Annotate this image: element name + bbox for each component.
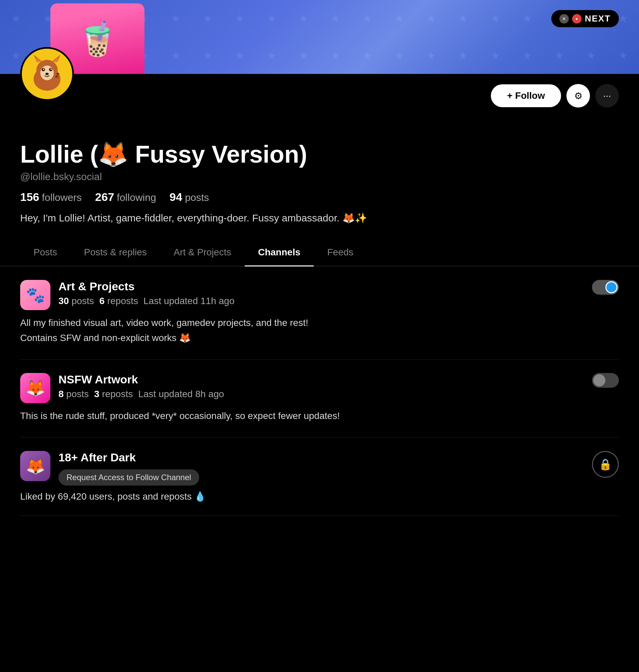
- channel-description-art-projects: All my finished visual art, video work, …: [20, 315, 619, 346]
- svg-point-11: [50, 68, 52, 70]
- channel-icon-after-dark: 🦊: [20, 451, 50, 481]
- follow-button[interactable]: + Follow: [491, 84, 561, 107]
- channel-meta-art-projects: 30 posts 6 reposts Last updated 11h ago: [59, 296, 234, 307]
- profile-bio: Hey, I'm Lollie! Artist, game-fiddler, e…: [20, 210, 619, 225]
- profile-header: z + Follow ⚙ ··· Lollie (🦊 Fussy Version…: [0, 74, 639, 266]
- lock-icon: 🔒: [599, 458, 612, 471]
- posts-count: 94: [170, 190, 183, 204]
- channel-last-updated-nsfw: Last updated 8h ago: [138, 389, 224, 400]
- avatar-container: z: [20, 47, 74, 101]
- posts-label: posts: [185, 192, 209, 203]
- svg-point-12: [45, 73, 49, 75]
- channel-name-art-projects: Art & Projects: [59, 280, 234, 293]
- liked-by-text: Liked by 69,420 users, posts and reposts…: [20, 491, 619, 502]
- posts-stat[interactable]: 94 posts: [170, 190, 209, 204]
- profile-info: Lollie (🦊 Fussy Version) @lollie.bsky.so…: [20, 108, 619, 225]
- next-label: NEXT: [585, 13, 611, 24]
- avatar: z: [20, 47, 74, 101]
- following-label: following: [117, 192, 156, 203]
- next-x-icon: ✕: [559, 14, 569, 24]
- channel-item-nsfw-artwork: 🦊 NSFW Artwork 8 posts 3 reposts Last up…: [20, 360, 619, 437]
- channel-meta-nsfw-artwork: 8 posts 3 reposts Last updated 8h ago: [59, 389, 224, 400]
- followers-label: followers: [42, 192, 82, 203]
- profile-name: Lollie (🦊 Fussy Version): [20, 141, 619, 168]
- following-stat[interactable]: 267 following: [95, 190, 156, 204]
- channel-toggle-art-projects[interactable]: [592, 280, 619, 295]
- tab-feeds[interactable]: Feeds: [314, 239, 367, 266]
- svg-point-10: [43, 68, 44, 70]
- channel-icon-art-projects: 🐾: [20, 280, 50, 310]
- request-access-badge[interactable]: Request Access to Follow Channel: [59, 469, 199, 485]
- profile-handle: @lollie.bsky.social: [20, 171, 619, 183]
- profile-tabs: Posts Posts & replies Art & Projects Cha…: [0, 239, 639, 266]
- followers-stat[interactable]: 156 followers: [20, 190, 82, 204]
- channel-posts-nsfw: 8: [59, 389, 64, 399]
- profile-stats: 156 followers 267 following 94 posts: [20, 190, 619, 204]
- followers-count: 156: [20, 190, 39, 204]
- channel-header-art-projects: 🐾 Art & Projects 30 posts 6 reposts Last…: [20, 280, 619, 310]
- tab-posts[interactable]: Posts: [20, 239, 71, 266]
- tab-art-projects[interactable]: Art & Projects: [160, 239, 245, 266]
- channel-header-nsfw-artwork: 🦊 NSFW Artwork 8 posts 3 reposts Last up…: [20, 373, 619, 403]
- channel-toggle-nsfw-artwork[interactable]: [592, 373, 619, 388]
- channel-description-nsfw-artwork: This is the rude stuff, produced *very* …: [20, 409, 619, 424]
- channel-icon-nsfw-artwork: 🦊: [20, 373, 50, 403]
- next-badge: ✕ ● NEXT: [551, 10, 619, 27]
- channel-last-updated-art-projects: Last updated 11h ago: [143, 296, 234, 307]
- channel-reposts-art-projects: 6: [99, 296, 105, 306]
- settings-button[interactable]: ⚙: [566, 84, 590, 108]
- channel-item-after-dark: 🦊 18+ After Dark Request Access to Follo…: [20, 437, 619, 516]
- header-actions: + Follow ⚙ ···: [20, 74, 619, 108]
- channel-name-nsfw-artwork: NSFW Artwork: [59, 373, 224, 386]
- tab-channels[interactable]: Channels: [245, 239, 314, 266]
- channel-item-art-projects: 🐾 Art & Projects 30 posts 6 reposts Last…: [20, 266, 619, 360]
- ellipsis-icon: ···: [603, 90, 611, 101]
- channel-lock-after-dark[interactable]: 🔒: [592, 451, 619, 478]
- following-count: 267: [95, 190, 114, 204]
- more-options-button[interactable]: ···: [595, 84, 619, 108]
- channel-header-after-dark: 🦊 18+ After Dark Request Access to Follo…: [20, 451, 619, 485]
- channel-posts-art-projects: 30: [59, 296, 69, 306]
- svg-text:z: z: [55, 71, 60, 79]
- tab-posts-replies[interactable]: Posts & replies: [71, 239, 160, 266]
- channel-name-after-dark: 18+ After Dark: [59, 451, 199, 464]
- channels-list: 🐾 Art & Projects 30 posts 6 reposts Last…: [0, 266, 639, 515]
- gear-icon: ⚙: [574, 90, 582, 101]
- profile-banner: ★ ★ ★ ★ ★ ★ ★ ★ ★ ★ ★ ★ ★ ★ ★ ★ ★ ★ ★ ★ …: [0, 0, 639, 74]
- avatar-image: z: [25, 52, 69, 96]
- channel-reposts-nsfw: 3: [94, 389, 99, 399]
- next-circle-icon: ●: [572, 14, 581, 24]
